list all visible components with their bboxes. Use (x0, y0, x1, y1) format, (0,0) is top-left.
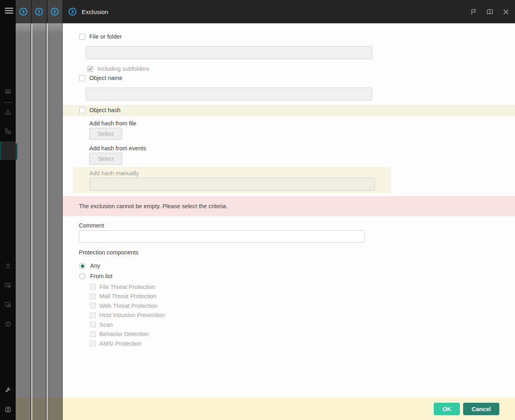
play-circle-icon (68, 7, 77, 16)
protection-component-row: Web Threat Protection (90, 303, 165, 309)
play-circle-icon (50, 7, 59, 16)
main-sidebar (0, 23, 16, 420)
sidebar-item-active[interactable] (0, 141, 16, 160)
protection-component-checkbox[interactable] (90, 293, 96, 299)
dialog-footer: OK Cancel (63, 397, 515, 420)
protection-component-checkbox[interactable] (90, 284, 96, 290)
protection-component-label: Web Threat Protection (99, 303, 158, 309)
flag-icon[interactable] (470, 8, 477, 15)
page-title: Exclusion (82, 8, 108, 15)
user-icon (5, 263, 11, 269)
tab-separator (47, 0, 47, 23)
sidebar-item-hierarchy[interactable] (0, 128, 16, 135)
warning-triangle-icon (5, 109, 11, 115)
file-or-folder-checkbox[interactable] (79, 34, 85, 40)
sidebar-item-alerts[interactable] (0, 109, 16, 115)
title-bar: Exclusion (0, 0, 515, 23)
basket-icon (5, 321, 11, 327)
protection-component-label: Scan (99, 322, 113, 328)
active-dialog-tab: Exclusion (63, 0, 108, 23)
add-hash-from-file-label: Add hash from file (89, 120, 136, 127)
protection-component-row: Host Intrusion Prevention (90, 312, 165, 318)
console-gear-icon (5, 282, 11, 289)
protection-component-checkbox[interactable] (90, 303, 96, 309)
play-circle-icon (35, 7, 43, 16)
including-subfolders-checkbox[interactable] (87, 66, 93, 72)
background-dialog-tab-3[interactable] (47, 0, 62, 23)
including-subfolders-label: Including subfolders (97, 66, 149, 72)
tab-separator (31, 0, 32, 23)
background-dialog-edge-1 (16, 23, 31, 420)
protection-component-label: Host Intrusion Prevention (99, 312, 165, 318)
titlebar-actions (470, 0, 509, 23)
protection-component-row: AMSI Protection (90, 340, 165, 346)
comment-input[interactable] (79, 230, 365, 243)
protection-components-list: File Threat Protection Mail Threat Prote… (90, 284, 165, 350)
account-circle-icon (5, 406, 11, 413)
cancel-button[interactable]: Cancel (463, 403, 499, 415)
file-or-folder-input[interactable] (86, 46, 372, 59)
add-hash-manually-label: Add hash manually (89, 170, 139, 176)
protection-any-label: Any (90, 262, 100, 269)
protection-component-checkbox[interactable] (90, 340, 96, 346)
hamburger-menu-icon[interactable] (5, 8, 13, 14)
protection-component-label: File Threat Protection (99, 284, 155, 290)
wrench-icon (5, 387, 11, 393)
object-name-checkbox[interactable] (79, 75, 85, 81)
background-footer-tint (32, 397, 46, 420)
object-name-input[interactable] (86, 88, 372, 100)
background-dialog-tab-2[interactable] (31, 0, 47, 23)
close-icon[interactable] (503, 8, 509, 15)
protection-from-list-radio[interactable] (79, 273, 85, 279)
policies-icon (5, 89, 11, 95)
tree-icon (5, 128, 11, 135)
file-or-folder-label: File or folder (89, 33, 122, 40)
protection-component-checkbox[interactable] (90, 322, 96, 328)
play-circle-icon (19, 7, 28, 16)
protection-any-radio[interactable] (79, 263, 85, 269)
monitor-search-icon (5, 301, 11, 308)
sidebar-item-tools[interactable] (0, 387, 16, 393)
protection-components-label: Protection components (79, 249, 138, 256)
background-footer-tint (47, 397, 63, 420)
sidebar-item-marketplace[interactable] (0, 321, 16, 327)
add-hash-manually-input[interactable] (89, 178, 375, 191)
object-hash-row (63, 105, 515, 116)
application-window: Exclusion (0, 0, 515, 420)
protection-component-checkbox[interactable] (90, 312, 96, 318)
validation-error-text: The exclusion cannot be empty. Please se… (79, 203, 228, 209)
sidebar-item-policies[interactable] (0, 89, 16, 95)
exclusion-dialog: File or folder Including subfolders Obje… (63, 23, 515, 420)
background-dialog-edge-2 (32, 23, 47, 420)
background-dialog-edge-3 (47, 23, 63, 420)
book-icon[interactable] (486, 8, 493, 15)
protection-component-label: Behavior Detection (99, 331, 149, 337)
add-hash-from-events-label: Add hash from events (89, 145, 146, 152)
sidebar-item-console-settings[interactable] (0, 282, 16, 289)
sidebar-divider (4, 102, 13, 103)
protection-component-row: Scan (90, 322, 165, 328)
validation-error-banner: The exclusion cannot be empty. Please se… (63, 196, 515, 216)
select-hash-from-events-button[interactable]: Select (89, 153, 122, 165)
object-hash-checkbox[interactable] (79, 107, 85, 113)
comment-label: Comment (79, 222, 104, 229)
background-dialog-tab-1[interactable] (16, 0, 31, 23)
sidebar-item-account[interactable] (0, 406, 16, 413)
protection-from-list-label: From list (90, 273, 113, 279)
protection-component-row: File Threat Protection (90, 284, 165, 290)
protection-component-label: AMSI Protection (99, 340, 142, 347)
sidebar-item-discovery[interactable] (0, 301, 16, 308)
background-footer-tint (16, 397, 31, 420)
ok-button[interactable]: OK (434, 403, 460, 415)
object-hash-label: Object hash (89, 107, 120, 113)
select-hash-from-file-button[interactable]: Select (89, 128, 122, 140)
protection-component-row: Mail Threat Protection (90, 293, 165, 299)
sidebar-item-users[interactable] (0, 263, 16, 269)
protection-component-row: Behavior Detection (90, 331, 165, 337)
background-active-indicator (16, 143, 17, 160)
menu-corner (0, 0, 16, 23)
protection-component-checkbox[interactable] (90, 331, 96, 337)
protection-component-label: Mail Threat Protection (99, 293, 157, 299)
object-name-label: Object name (89, 75, 122, 81)
